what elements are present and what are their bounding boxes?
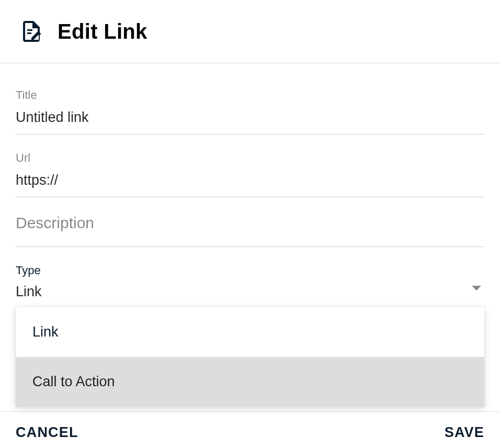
dropdown-option-link[interactable]: Link — [16, 307, 484, 357]
cancel-button[interactable]: CANCEL — [16, 424, 78, 441]
title-label: Title — [16, 88, 484, 102]
type-dropdown-menu: Link Call to Action — [16, 307, 484, 407]
dialog-title: Edit Link — [58, 20, 147, 43]
type-field[interactable]: Type Link Link Call to Action — [16, 264, 484, 308]
save-button[interactable]: SAVE — [445, 424, 484, 441]
dialog-header: Edit Link — [0, 0, 500, 63]
description-field — [16, 214, 484, 247]
form-content: Title Url Type Link Link Call to Action — [0, 63, 500, 308]
dropdown-option-call-to-action[interactable]: Call to Action — [16, 357, 484, 407]
title-input[interactable] — [16, 108, 484, 127]
type-select-value-row: Link — [16, 284, 484, 300]
description-input[interactable] — [16, 214, 484, 232]
url-label: Url — [16, 151, 484, 165]
title-field: Title — [16, 88, 484, 135]
type-select-value: Link — [16, 284, 42, 300]
type-label: Type — [16, 264, 484, 277]
url-field: Url — [16, 151, 484, 197]
url-input[interactable] — [16, 171, 484, 189]
footer-actions: CANCEL SAVE — [0, 411, 500, 441]
caret-down-icon — [472, 286, 481, 290]
edit-document-icon — [19, 19, 44, 44]
